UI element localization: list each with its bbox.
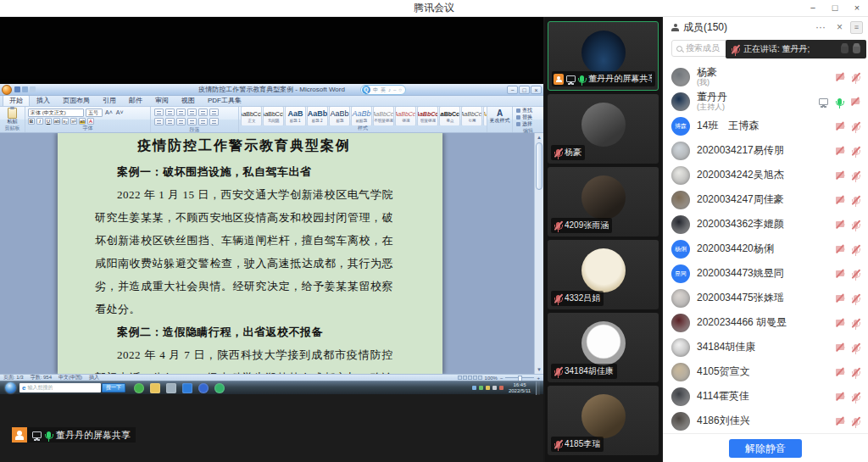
member-row[interactable]: 34184胡佳康 [663,335,868,359]
show-desktop-button[interactable] [536,381,540,395]
superscript-button[interactable]: x² [70,118,77,125]
word-minimize-button[interactable]: − [507,86,518,94]
browser-app-icon[interactable] [198,383,209,393]
start-button[interactable] [5,382,16,393]
folder-icon[interactable] [150,383,160,393]
ribbon-tab[interactable]: 视图 [175,96,201,106]
member-row[interactable]: 4114霍英佳 [663,384,868,409]
pill-item[interactable]: ○ [398,87,402,92]
member-row[interactable]: 昱同 2020034473姚昱同 [663,261,868,286]
pill-item[interactable]: ♪ [388,87,391,92]
style-chip[interactable]: AaBbCcL 无间隔 [263,107,284,125]
more-button[interactable]: ··· [812,20,829,34]
align-left-button[interactable] [154,118,164,125]
close-button[interactable]: × [846,0,868,16]
change-styles-icon[interactable]: A [497,109,503,118]
style-chip[interactable]: AaBb 标题 [329,107,350,125]
video-tile[interactable]: 杨豪 [548,94,659,164]
editing-item[interactable]: 替换 [516,114,532,120]
underline-button[interactable]: U [45,118,52,125]
video-tile[interactable]: 4332吕娟 [548,240,659,309]
highlight-button[interactable]: ab [79,118,86,125]
style-chip[interactable]: AaBbCcI 不明显强调 [373,107,394,125]
pill-item[interactable]: 中 [373,86,378,94]
font-size-select[interactable]: 五号 [86,109,103,117]
style-chip[interactable]: AaBbCcI 明显引用 [483,107,487,125]
ribbon-tab[interactable]: PDF工具集 [202,96,248,106]
sort-button[interactable] [209,109,219,116]
decrease-indent-button[interactable] [187,109,197,116]
wechat-app-icon[interactable] [214,383,225,393]
shading-button[interactable] [209,118,219,125]
editing-item[interactable]: 选择 [516,121,532,127]
tray-icon[interactable] [486,386,490,390]
member-row[interactable]: 杨豪(我) [663,64,868,89]
italic-button[interactable]: I [36,118,43,125]
style-chip[interactable]: AaBbCcI 引用 [461,107,482,125]
video-tile[interactable]: 34184胡佳康 [548,313,659,382]
minimize-button[interactable]: − [802,0,824,16]
style-chip[interactable]: AaBb 标题 2 [307,107,328,125]
increase-indent-button[interactable] [198,109,208,116]
member-row[interactable]: 2020034475张姝瑶 [663,286,868,310]
tray-icon[interactable] [499,386,504,390]
taskbar-search-input[interactable]: e 输入想搜的 [19,383,101,392]
shrink-font-icon[interactable]: A˅ [115,109,125,116]
member-row[interactable]: 博森 14班 王博森 [663,114,868,138]
panel-menu-button[interactable]: ≡ [850,21,863,34]
tray-icon[interactable] [479,386,483,390]
member-row[interactable]: 4105贺宣文 [663,359,868,384]
pill-item[interactable]: 英 [381,86,386,94]
assistant-pill[interactable]: Q 中英♪–○ [360,85,406,95]
panel-close-button[interactable]: × [833,20,846,34]
ribbon-tab[interactable]: 审阅 [149,96,175,106]
style-chip[interactable]: AaBbCcL 正文 [241,107,262,125]
grow-font-icon[interactable]: A˄ [104,109,114,116]
video-tile[interactable]: 4209张雨涵 [548,167,659,237]
number-list-button[interactable] [165,109,175,116]
save-icon[interactable] [14,86,20,92]
maximize-button[interactable]: □ [824,0,846,16]
paste-icon[interactable] [8,108,17,119]
justify-button[interactable] [187,118,197,125]
member-row[interactable]: 2020034242吴旭杰 [663,163,868,187]
zoom-in-icon[interactable]: + [537,376,540,381]
taskbar-clock[interactable]: 16:45 2022/5/11 [506,382,533,394]
member-row[interactable]: 董丹丹(主持人) [663,89,868,114]
pill-item[interactable]: – [393,87,396,92]
unmute-button[interactable]: 解除静音 [729,439,802,458]
video-tile[interactable]: 4185李瑞 [548,386,659,455]
strikethrough-button[interactable]: ab [53,118,60,125]
align-center-button[interactable] [165,118,175,125]
undo-icon[interactable] [22,86,28,92]
scrollbar-thumb[interactable] [536,142,542,190]
line-spacing-button[interactable] [198,118,208,125]
font-color-button[interactable]: A [87,118,94,125]
ribbon-tab[interactable]: 邮件 [123,96,148,106]
member-row[interactable]: 2020034247周佳豪 [663,187,868,212]
member-row[interactable]: 4186刘佳兴 [663,409,868,433]
ribbon-tab[interactable]: 页面布局 [57,96,96,106]
subscript-button[interactable]: x₂ [62,118,69,125]
scroll-up-icon[interactable]: ▲ [535,133,543,142]
search-go-button[interactable]: 搜一下 [102,383,125,392]
style-chip[interactable]: AaBbCcL 要点 [439,107,460,125]
style-chip[interactable]: AaBbCcI 强调 [395,107,416,125]
office-button-icon[interactable] [2,85,12,95]
style-chip[interactable]: AaBbCcI 明显强调 [417,107,438,125]
multilevel-list-button[interactable] [176,109,186,116]
ribbon-tab[interactable]: 插入 [31,96,56,106]
files-app-icon[interactable] [166,383,176,393]
ribbon-tab[interactable]: 开始 [3,95,30,106]
member-row[interactable]: 2020234466 胡曼昱 [663,310,868,335]
zoom-out-icon[interactable]: − [500,376,504,381]
editing-item[interactable]: 查找 [516,108,532,114]
video-tile[interactable]: 董丹丹的屏幕共享 [548,21,659,91]
style-chip[interactable]: AaBb 副标题 [351,107,372,125]
align-right-button[interactable] [176,118,186,125]
scroll-down-icon[interactable]: ▼ [535,365,543,374]
bullet-list-button[interactable] [154,109,164,116]
members-search-input[interactable]: 搜索成员 [671,40,734,57]
redo-icon[interactable] [30,86,36,92]
zoom-level[interactable]: 100% [485,376,498,381]
